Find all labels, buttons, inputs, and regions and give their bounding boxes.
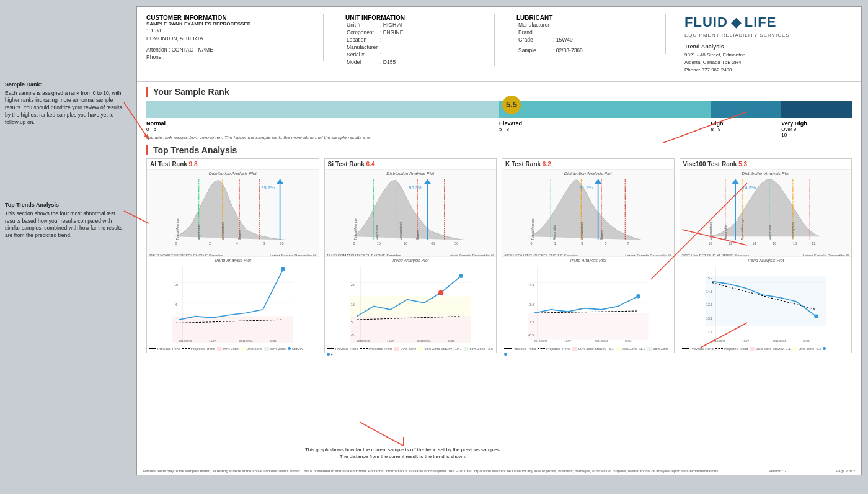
- footer-version: Version : 2: [769, 469, 786, 473]
- bottom-annotation: This graph shows how far the current sam…: [304, 446, 502, 460]
- sample-rank-title: Your Sample Rank: [146, 87, 852, 97]
- svg-point-87: [636, 294, 640, 298]
- svg-marker-36: [424, 179, 431, 184]
- k-trend-plot: Trend Analysis Plot 4.5: [502, 256, 674, 353]
- svg-text:Unacceptable: Unacceptable: [709, 221, 712, 240]
- svg-text:2011/03/04: 2011/03/04: [417, 339, 431, 342]
- grade-label: Grade: [516, 36, 551, 43]
- page-footer: Results relate only to the samples teste…: [137, 467, 861, 475]
- svg-text:99.2%: 99.2%: [261, 184, 275, 190]
- svg-text:5: 5: [605, 241, 607, 245]
- svg-text:12.4: 12.4: [706, 330, 712, 333]
- sample-rank-annotation-text: Each sample is assigned a rank from 0 to…: [5, 90, 128, 127]
- svg-text:95.3%: 95.3%: [409, 184, 422, 190]
- svg-text:02/04: 02/04: [802, 339, 809, 342]
- svg-text:0: 0: [175, 241, 177, 245]
- serial-value: :: [379, 51, 404, 58]
- svg-text:Typical Average: Typical Average: [353, 218, 356, 240]
- footer-disclaimer: Results relate only to the samples teste…: [143, 469, 719, 473]
- top-trends-annotation-text: This section shows the four most abnorma…: [5, 210, 128, 240]
- trend-analysis-address: 9321 - 48 Street, Edmonton: [684, 52, 745, 59]
- component-label: Component: [345, 29, 379, 36]
- location-label: Location: [345, 36, 379, 43]
- svg-text:14.8: 14.8: [706, 289, 712, 293]
- svg-point-55: [459, 274, 463, 278]
- svg-text:Severe: Severe: [238, 230, 241, 240]
- rank-high-segment: [711, 101, 781, 118]
- svg-text:14: 14: [752, 241, 756, 245]
- al-dist-svg: 99.2% 0 2 4 8 10 Typical Average Reporta…: [147, 176, 319, 250]
- svg-text:Severe: Severe: [416, 230, 419, 240]
- fluid-life-logo: FLUID ◆ LIFE: [684, 14, 776, 30]
- rank-high-label: High 8 - 9: [711, 120, 781, 138]
- svg-text:Reportable: Reportable: [768, 225, 771, 240]
- svg-text:Reportable: Reportable: [553, 225, 556, 240]
- top-trends-section: Top Trends Analysis Al Test Rank 9.8 Dis…: [146, 145, 852, 353]
- svg-text:7: 7: [627, 241, 629, 245]
- fluid-text: FLUID: [684, 14, 728, 30]
- model-value: : D155: [379, 58, 404, 66]
- main-content: Your Sample Rank 5.5 Normal: [137, 82, 861, 358]
- unit-value: : HIGH AI: [379, 21, 404, 29]
- svg-text:22: 22: [812, 241, 815, 245]
- svg-text:2010/09/30: 2010/09/30: [179, 339, 193, 342]
- svg-text:13.2: 13.2: [706, 317, 712, 320]
- k-trend-legend: Previous Trend Projected Trend 99% Zone …: [502, 346, 674, 357]
- svg-text:10/27: 10/27: [742, 339, 749, 342]
- svg-text:2011/03/04: 2011/03/04: [773, 339, 786, 342]
- customer-info-section: Customer Information SAMPLE RANK EXAMPLE…: [146, 14, 324, 61]
- svg-text:15.2: 15.2: [706, 276, 712, 280]
- svg-text:Reportable: Reportable: [198, 225, 201, 240]
- customer-subtitle: SAMPLE RANK EXAMPLES REPROCESSED: [146, 21, 314, 27]
- svg-text:2011/03/04: 2011/03/04: [239, 339, 253, 342]
- svg-text:10/27: 10/27: [387, 339, 394, 342]
- droplet-icon: ◆: [731, 14, 742, 30]
- customer-attention: Attention : CONTACT NAME: [146, 46, 314, 54]
- sample-rank-annotation: Sample Rank: Each sample is assigned a r…: [5, 81, 128, 127]
- svg-text:2: 2: [175, 320, 177, 323]
- model-label: Model: [345, 58, 379, 66]
- top-trends-annotation: Top Trends Analysis This section shows t…: [5, 201, 128, 240]
- visc-distribution-plot: Distribution Analysis Plot: [680, 169, 852, 256]
- location-value: :: [379, 36, 404, 43]
- svg-text:13.6: 13.6: [706, 303, 712, 307]
- svg-text:14.9%: 14.9%: [742, 184, 756, 190]
- svg-text:2010/09/30: 2010/09/30: [356, 339, 370, 342]
- si-trend-legend: Previous Trend Projected Trend 99% Zone: [325, 346, 497, 357]
- svg-point-122: [814, 314, 818, 318]
- svg-text:6: 6: [175, 303, 177, 307]
- rank-normal-segment: [146, 101, 499, 118]
- k-chart-column: K Test Rank 6.2 Distribution Analysis Pl…: [502, 158, 675, 353]
- svg-text:Severe: Severe: [600, 230, 603, 240]
- document-header: Customer Information SAMPLE RANK EXAMPLE…: [137, 7, 861, 82]
- svg-text:16: 16: [773, 241, 776, 245]
- si-trend-svg: 25 15 5 -5 2010/09/30 10/27 2011/03/04 0…: [325, 263, 497, 343]
- trend-analysis-title: Trend Analysis: [684, 43, 745, 52]
- si-dist-svg: 95.3% 0 10 20 40 50 Typical Average Repo…: [325, 176, 497, 250]
- visc-trend-plot: Trend Analysis Plot: [680, 256, 852, 353]
- svg-text:18: 18: [792, 241, 796, 245]
- svg-text:-0.5: -0.5: [528, 333, 534, 337]
- customer-address2: EDMONTON, ALBERTA: [146, 35, 314, 43]
- footer-page: Page 2 of 2: [836, 469, 855, 473]
- al-trend-svg: 10 6 2 2010/09/30 10/27 2011/03/04 02/04: [147, 263, 319, 343]
- svg-text:0: 0: [353, 241, 355, 245]
- customer-info-title: Customer Information: [146, 14, 314, 21]
- manufacturer-label: Manufacturer: [345, 43, 379, 51]
- svg-text:02/04: 02/04: [270, 339, 277, 342]
- rank-labels: Normal 0 - 5 Elevated 5 - 8 High 8 - 9 V…: [146, 120, 852, 138]
- svg-text:02/04: 02/04: [625, 339, 632, 342]
- rank-very-high-segment: [781, 101, 852, 118]
- svg-marker-70: [595, 179, 601, 184]
- svg-text:12: 12: [728, 241, 732, 245]
- al-chart-column: Al Test Rank 9.8 Distribution Analysis P…: [146, 158, 319, 353]
- si-chart-column: Si Test Rank 6.4 Distribution Analysis P…: [324, 158, 497, 353]
- sample-rank-section: Your Sample Rank 5.5 Normal: [146, 87, 852, 140]
- svg-text:10: 10: [280, 241, 284, 245]
- svg-text:10: 10: [174, 282, 178, 286]
- al-trend-plot: Trend Analysis Plot: [147, 256, 319, 353]
- svg-text:4.5: 4.5: [529, 282, 534, 286]
- svg-text:40: 40: [430, 241, 434, 245]
- visc-chart-column: Visc100 Test Rank 5.3 Distribution Analy…: [680, 158, 852, 353]
- si-rank-num: 6.4: [366, 161, 375, 168]
